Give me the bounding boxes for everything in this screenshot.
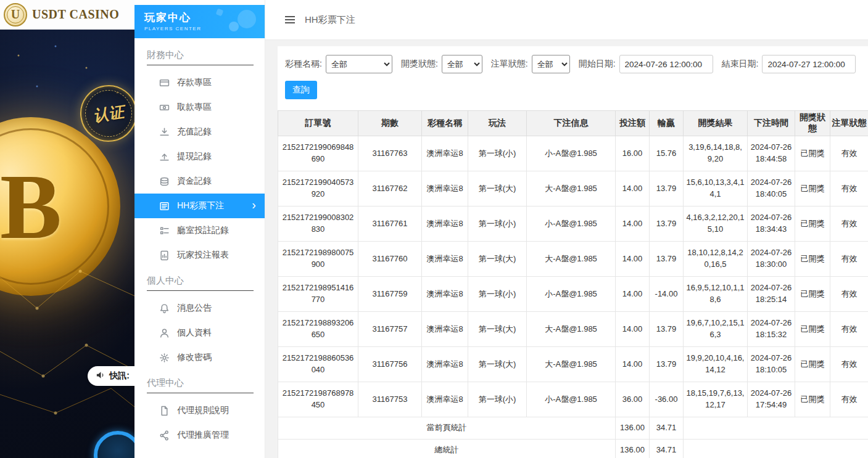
table-row: 215217219900830283031167761澳洲幸运8第一球(小)小-… (278, 207, 868, 242)
table-header-row: 訂單號期數彩種名稱玩法下注信息投注額輸贏開獎結果下注時間開獎狀態注單狀態 (278, 111, 868, 136)
summary-label: 當前頁統計 (278, 417, 616, 440)
gear-icon (159, 353, 170, 363)
sidebar-item-label: 取款專區 (177, 102, 212, 113)
column-header: 彩種名稱 (422, 111, 468, 136)
sidebar-item-label: 個人資料 (177, 327, 212, 338)
summary-win-total: 34.71 (650, 417, 684, 440)
summary-bet-total: 136.00 (616, 440, 650, 458)
share-icon (159, 430, 170, 441)
section-divider (147, 290, 254, 291)
recharge-icon (159, 127, 170, 137)
chat-widget-button[interactable] (94, 431, 134, 458)
casino-logo-title: USDT CASINO (32, 7, 119, 22)
sidebar-item-lottery[interactable]: HH彩票下注› (134, 194, 265, 218)
end-date-input[interactable] (762, 55, 856, 73)
column-header: 投注額 (616, 111, 650, 136)
network-lines-graphic (0, 259, 134, 431)
deposit-icon (159, 78, 170, 88)
header-decoration-circle (238, 10, 256, 28)
table-row: 215217219886053604031167756澳洲幸运8第一球(大)大-… (278, 347, 868, 382)
sidebar-item-label: 廳室投註記錄 (177, 225, 229, 236)
logo-letter: U (11, 7, 20, 22)
sidebar-item-label: 提現記錄 (177, 151, 212, 162)
column-header: 訂單號 (278, 111, 358, 136)
sidebar: 玩家中心 PLAYERS CENTER 財務中心存款專區取款專區充值記錄提現記錄… (134, 0, 265, 458)
bitcoin-symbol: B (0, 153, 62, 260)
sidebar-item-label: 修改密碼 (177, 352, 212, 363)
table-row: 215217219898007590031167760澳洲幸运8第一球(大)大-… (278, 242, 868, 277)
sidebar-item-user[interactable]: 個人資料 (134, 321, 265, 345)
query-button[interactable]: 查詢 (285, 81, 317, 99)
chevron-right-icon: › (252, 198, 256, 211)
table-row: 215217219876897845031167753澳洲幸运8第一球(小)小-… (278, 382, 868, 417)
report-icon (159, 250, 170, 261)
table-row: 215217219895141677031167759澳洲幸运8第一球(小)小-… (278, 277, 868, 312)
bet-status-filter-label: 注單狀態: (491, 59, 528, 70)
section-divider (147, 65, 254, 65)
sidebar-item-label: 代理推廣管理 (177, 430, 229, 441)
column-header: 下注時間 (748, 111, 795, 136)
start-date-input[interactable] (619, 55, 713, 73)
summary-row: 總統計136.0034.71 (278, 440, 868, 458)
bets-table: 訂單號期數彩種名稱玩法下注信息投注額輸贏開獎結果下注時間開獎狀態注單狀態 215… (278, 110, 868, 458)
cashout-icon (159, 152, 170, 162)
sidebar-item-withdraw[interactable]: 取款專區 (134, 95, 265, 120)
lottery-select[interactable]: 全部 (326, 55, 392, 73)
sidebar-item-bell[interactable]: 消息公告 (134, 296, 265, 321)
bet-status-select[interactable]: 全部 (532, 55, 570, 73)
sidebar-item-label: 存款專區 (177, 77, 212, 88)
bell-icon (159, 303, 170, 314)
column-header: 期數 (358, 111, 422, 136)
start-date-label: 開始日期: (579, 59, 616, 70)
sidebar-item-label: 消息公告 (177, 303, 212, 314)
sidebar-item-cashout[interactable]: 提現記錄 (134, 144, 265, 169)
end-date-label: 結束日期: (722, 59, 759, 70)
bets-card: 彩種名稱: 全部 開獎狀態: 全部 注單狀態: 全部 開始日期: 結束日期: (278, 46, 868, 458)
sidebar-item-gear[interactable]: 修改密碼 (134, 345, 265, 370)
summary-bet-total: 136.00 (616, 417, 650, 440)
casino-logo-icon: U (4, 3, 27, 27)
lottery-icon (159, 201, 170, 211)
sidebar-item-deposit[interactable]: 存款專區 (134, 70, 265, 95)
draw-status-select[interactable]: 全部 (442, 55, 482, 73)
page-title: HH彩票下注 (305, 14, 355, 26)
sidebar-item-share[interactable]: 代理推廣管理 (134, 423, 265, 448)
column-header: 下注信息 (527, 111, 616, 136)
section-title: 財務中心 (134, 42, 265, 65)
user-icon (159, 328, 170, 338)
table-row: 215217219906984869031167763澳洲幸运8第一球(小)小-… (278, 136, 868, 171)
column-header: 玩法 (468, 111, 527, 136)
lottery-filter-label: 彩種名稱: (285, 59, 322, 70)
summary-row: 當前頁統計136.0034.71 (278, 417, 868, 440)
news-ticker-button[interactable]: 快訊: (88, 366, 134, 386)
column-header: 輸贏 (650, 111, 684, 136)
sidebar-item-label: HH彩票下注 (177, 200, 224, 211)
section-title: 代理中心 (134, 370, 265, 393)
app-window: U USDT CASINO B 认证 快訊: (0, 0, 868, 458)
logo-bar: U USDT CASINO (0, 0, 134, 30)
sidebar-item-funds[interactable]: 資金記錄 (134, 169, 265, 194)
sidebar-item-label: 充值記錄 (177, 126, 212, 137)
speaker-icon (96, 370, 105, 382)
room-icon (159, 226, 170, 236)
sidebar-item-recharge[interactable]: 充值記錄 (134, 120, 265, 144)
section-title: 個人中心 (134, 268, 265, 290)
section-divider (147, 393, 254, 393)
column-header: 開獎狀態 (795, 111, 830, 136)
sidebar-item-room[interactable]: 廳室投註記錄 (134, 218, 265, 243)
header-decoration-circle (229, 22, 239, 31)
news-ticker-label: 快訊: (109, 370, 130, 382)
content-area: 彩種名稱: 全部 開獎狀態: 全部 注單狀態: 全部 開始日期: 結束日期: (265, 40, 868, 458)
withdraw-icon (159, 102, 170, 113)
sidebar-item-doc[interactable]: 代理規則說明 (134, 398, 265, 423)
column-header: 注單狀態 (830, 111, 868, 136)
promo-panel: U USDT CASINO B 认证 快訊: (0, 0, 134, 458)
sidebar-item-report[interactable]: 玩家投注報表 (134, 243, 265, 268)
filter-bar: 彩種名稱: 全部 開獎狀態: 全部 注單狀態: 全部 開始日期: 結束日期: (278, 55, 868, 73)
funds-icon (159, 176, 170, 187)
sidebar-item-label: 代理規則說明 (177, 405, 229, 416)
table-row: 215217219889320665031167757澳洲幸运8第一球(大)大-… (278, 312, 868, 347)
sidebar-item-label: 資金記錄 (177, 176, 212, 187)
summary-label: 總統計 (278, 440, 616, 458)
hamburger-menu-icon[interactable] (284, 14, 296, 26)
